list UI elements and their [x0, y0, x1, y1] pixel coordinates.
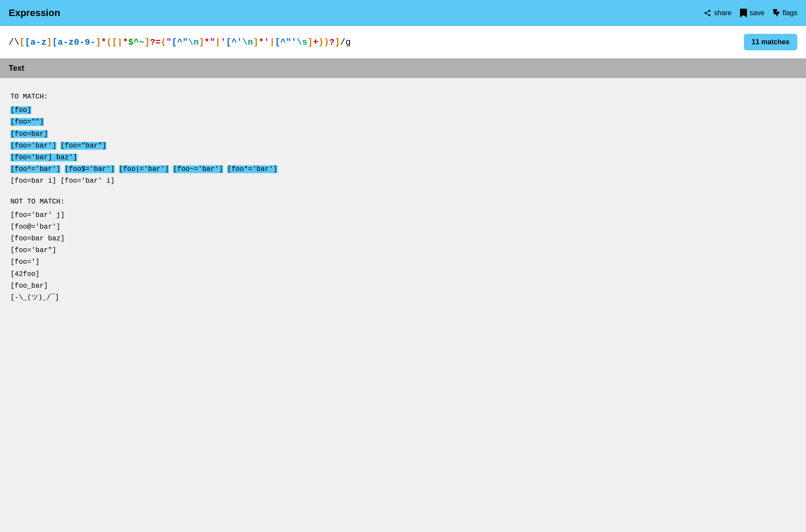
highlight-6a: [foo^='bar'] — [10, 165, 60, 173]
rx-star4: * — [259, 37, 264, 47]
rx-newline1: \n — [188, 37, 199, 47]
matches-button[interactable]: 11 matches — [744, 34, 797, 50]
rx-paren-close: ) — [324, 37, 330, 47]
not-match-7: [foo_bar] — [10, 280, 796, 292]
rx-caret: ^ — [134, 37, 139, 47]
rx-newline2: \n — [242, 37, 253, 47]
rx-star1: * — [101, 37, 107, 47]
rx-paren-inner-open: ( — [161, 37, 166, 47]
text-section-header: Text — [0, 59, 806, 78]
rx-backslash-s: \s — [297, 37, 307, 47]
rx-quote-sgl1: ' — [221, 37, 226, 47]
app-title: Expression — [9, 7, 60, 19]
header-actions: share save flags — [704, 9, 797, 17]
rx-equals: = — [155, 37, 161, 47]
match-line-3: [foo=bar] — [10, 128, 796, 140]
rx-qmark2: ? — [329, 37, 335, 47]
rx-bracket-close2: ] — [96, 37, 101, 47]
not-match-4: [foo='bar"] — [10, 245, 796, 256]
svg-line-3 — [707, 13, 709, 15]
rx-bracket-close3: ] — [145, 37, 150, 47]
rx-star2: * — [123, 37, 129, 47]
rx-slash-open: / — [9, 37, 14, 47]
highlight-6c: [foo|='bar'] — [119, 165, 169, 173]
svg-point-2 — [709, 14, 711, 16]
rx-bracket-close6: ] — [307, 37, 313, 47]
rx-slash-close: /g — [340, 37, 351, 47]
flags-label: flags — [783, 9, 797, 17]
match-line-7: [foo=bar i] [foo='bar' i] — [10, 175, 796, 187]
rx-star3: * — [204, 37, 210, 47]
rx-bracket-close5: ] — [253, 37, 259, 47]
rx-not-newline1: [^" — [172, 37, 188, 47]
flags-button[interactable]: flags — [773, 9, 797, 17]
rx-bracket-close1: ] — [47, 37, 53, 47]
rx-pipe1: | — [117, 37, 123, 47]
not-match-label: NOT TO MATCH: — [10, 196, 796, 208]
not-match-8: [-\_(ツ)_/¯] — [10, 292, 796, 304]
highlight-6d: [foo~='bar'] — [173, 165, 223, 173]
not-match-5: [foo='] — [10, 256, 796, 268]
rx-bracket-open1: [ — [20, 37, 25, 47]
save-button[interactable]: save — [740, 9, 764, 17]
rx-backslash: \ — [14, 37, 20, 47]
save-label: save — [750, 9, 764, 17]
share-icon — [704, 9, 711, 17]
rx-quote-sgl2: ' — [264, 37, 270, 47]
svg-point-1 — [705, 12, 707, 14]
rx-content-az: [a-z — [25, 37, 47, 47]
rx-quote-dbl2: " — [210, 37, 215, 47]
rx-qmark1: ? — [150, 37, 155, 47]
flag-icon — [773, 9, 780, 17]
rx-paren-inner-close: ) — [318, 37, 324, 47]
rx-dollar: $ — [128, 37, 134, 47]
regex-expression[interactable]: /\[[a-z][a-z0-9-]*([|*$^~]?=("[^"\n]*"|'… — [9, 37, 351, 47]
text-label: Text — [9, 64, 24, 72]
highlight-5: [foo='bar] baz'] — [10, 154, 77, 161]
match-line-1: [foo] — [10, 105, 796, 116]
rx-bracket-close-outer: ] — [335, 37, 340, 47]
rx-quote-dbl1: " — [166, 37, 172, 47]
highlight-4a: [foo='bar'] — [10, 142, 56, 150]
share-label: share — [714, 9, 731, 17]
not-match-2: [foo@='bar'] — [10, 221, 796, 233]
svg-point-0 — [709, 10, 711, 12]
highlight-6b: [foo$='bar'] — [65, 165, 115, 173]
share-button[interactable]: share — [704, 9, 731, 17]
not-match-3: [foo=bar baz] — [10, 233, 796, 245]
text-area[interactable]: TO MATCH: [foo] [foo=""] [foo=bar] [foo=… — [0, 78, 806, 312]
rx-pipe2: | — [215, 37, 221, 47]
bookmark-icon — [740, 9, 747, 17]
rx-bracket-close4: ] — [199, 37, 205, 47]
highlight-6e: [foo*='bar'] — [227, 165, 277, 173]
rx-paren-open: ( — [106, 37, 112, 47]
rx-plus: + — [313, 37, 319, 47]
to-match-label: TO MATCH: — [10, 91, 796, 103]
not-match-6: [42foo] — [10, 269, 796, 280]
rx-not-newline2: [^' — [226, 37, 243, 47]
highlight-1: [foo] — [10, 106, 31, 114]
rx-pipe3: | — [270, 37, 275, 47]
header: Expression share save flags — [0, 0, 806, 26]
highlight-2: [foo=""] — [10, 118, 44, 126]
highlight-3: [foo=bar] — [10, 130, 48, 138]
not-match-1: [foo='bar' j] — [10, 210, 796, 221]
match-line-6: [foo^='bar'] [foo$='bar'] [foo|='bar'] [… — [10, 164, 796, 175]
rx-tilde: ~ — [139, 37, 145, 47]
regex-bar: /\[[a-z][a-z0-9-]*([|*$^~]?=("[^"\n]*"|'… — [0, 26, 806, 59]
highlight-4b: [foo="bar"] — [60, 142, 106, 150]
rx-content-az09: [a-z0-9- — [52, 37, 96, 47]
rx-not-ws: [^"' — [275, 37, 297, 47]
match-line-2: [foo=""] — [10, 116, 796, 128]
match-line-4: [foo='bar'] [foo="bar"] — [10, 140, 796, 152]
not-match-section: NOT TO MATCH: [foo='bar' j] [foo@='bar']… — [10, 196, 796, 304]
match-line-5: [foo='bar] baz'] — [10, 152, 796, 164]
rx-bracket-open3: [ — [112, 37, 118, 47]
svg-line-4 — [707, 11, 709, 13]
